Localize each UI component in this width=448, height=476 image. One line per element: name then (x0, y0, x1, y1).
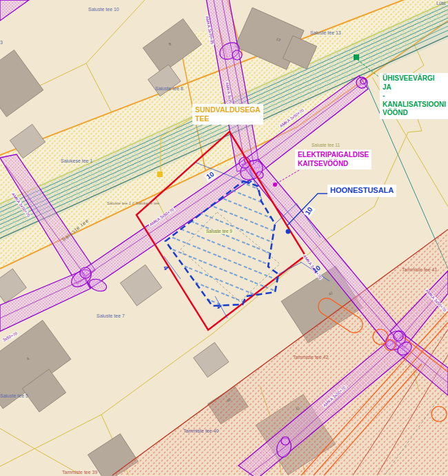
parcel-label-tammiste-42: Tammiste tee 42 (293, 355, 328, 360)
utility-point-marker (354, 54, 359, 60)
callout-uhisveevargi-line4: VÖÖND (383, 109, 446, 118)
callout-hoonestusala-label: HOONESTUSALA (330, 186, 394, 196)
parcel-label-lust: Lüst (436, 1, 445, 6)
parcel-label-saluste-11: Saluste tee 11 (312, 143, 340, 148)
callout-sundvaldusega-line2: TEE (195, 114, 261, 123)
parcel-label-saluste-10: Saluste tee 10 (88, 7, 119, 12)
parcel-label-left-partial: 3 (0, 40, 3, 45)
parcel-label-salukese-1: Salukese tee 1 (61, 158, 92, 163)
callout-hoonestusala: HOONESTUSALA (327, 185, 396, 197)
parcel-label-tammiste-41: Tammiste tee 41 (402, 267, 437, 272)
callout-sundvaldusega-line1: SUNDVALDUSEGA (195, 105, 261, 114)
road-label-saluste-salukese: Saluste tee 1 // Salukese tee (107, 201, 159, 205)
planning-map: Saluste tee 10 Saluste tee 8 Saluste tee… (0, 0, 448, 476)
parcel-label-saluste-5: Saluste tee 5 (0, 393, 28, 398)
parcel-label-saluste-13: Saluste tee 13 (310, 30, 341, 35)
callout-uhisveevargi: ÜHISVEEVÄRGI JA -KANALISATSIOONI VÖÖND (380, 73, 448, 119)
callout-uhisveevargi-line3: -KANALISATSIOONI (383, 92, 446, 109)
parcel-label-tammiste-40: Tammiste tee 40 (183, 428, 218, 433)
road-point-marker (157, 172, 163, 177)
callout-elektripaigaldise: ELEKTRIPAIGALDISE KAITSEVÖÖND (295, 149, 371, 169)
callout-elektripaigaldise-line1: ELEKTRIPAIGALDISE (298, 151, 369, 160)
parcel-label-saluste-8: Saluste tee 8 (155, 86, 183, 91)
callout-uhisveevargi-line2: JA (383, 83, 446, 92)
parcel-label-tammiste-39: Tammiste tee 39 (62, 470, 97, 475)
parcel-label-saluste-7: Saluste tee 7 (96, 313, 125, 318)
envelope-point-marker (286, 229, 291, 234)
electric-point-marker (273, 183, 277, 187)
parcel-label-saluste-9: Saluste tee 9 (205, 229, 234, 234)
callout-uhisveevargi-line1: ÜHISVEEVÄRGI (383, 74, 446, 83)
callout-elektripaigaldise-line2: KAITSEVÖÖND (298, 160, 369, 169)
callout-sundvaldusega-tee: SUNDVALDUSEGA TEE (192, 104, 263, 125)
